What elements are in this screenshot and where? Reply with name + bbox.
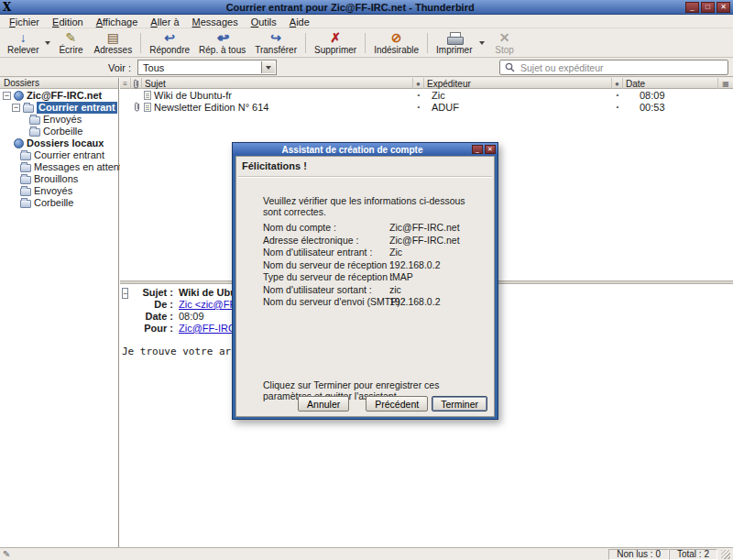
status-total: Total : 2: [669, 549, 717, 560]
sidebar-item-local-trash[interactable]: Corbeille: [0, 197, 118, 209]
toolbar-separator: [365, 33, 366, 53]
chevron-down-icon[interactable]: [261, 61, 275, 73]
thread-column-header[interactable]: ≡: [120, 78, 131, 89]
finish-button[interactable]: Terminer: [432, 396, 487, 412]
previous-button[interactable]: Précédent: [366, 396, 428, 412]
menu-fichier[interactable]: Fichier: [3, 16, 46, 27]
drafts-folder-icon: [20, 176, 31, 184]
view-dropdown[interactable]: Tous: [137, 60, 277, 75]
dialog-titlebar[interactable]: Assistant de création de compte _ ✕: [233, 143, 498, 156]
message-list-header: ≡ Sujet ● Expéditeur ● Date ▦: [120, 78, 733, 89]
column-picker-icon[interactable]: ▦: [718, 78, 733, 89]
junk-button[interactable]: ⊘ Indésirable: [369, 30, 423, 56]
read-column-header[interactable]: ●: [413, 78, 424, 89]
dialog-close-button[interactable]: ✕: [485, 145, 496, 154]
sidebar-item-local-inbox[interactable]: Courrier entrant: [0, 149, 118, 161]
window-menu-icon[interactable]: X: [3, 2, 11, 13]
print-dropdown[interactable]: [477, 30, 487, 56]
sidebar-item-account[interactable]: Zic@FF-IRC.net: [0, 90, 118, 102]
message-icon: [144, 91, 151, 100]
forward-button[interactable]: ↪ Transférer: [250, 30, 301, 56]
dialog-buttons: Annuler Précédent Terminer: [298, 396, 487, 412]
sidebar-item-trash[interactable]: Corbeille: [0, 126, 118, 137]
inbox-folder-icon: [23, 104, 34, 113]
dialog-content: Félicitations ! Veuillez vérifier que le…: [235, 156, 495, 417]
maximize-button[interactable]: □: [701, 2, 715, 13]
write-button[interactable]: ✎ Écrire: [52, 30, 89, 56]
folder-tree: Zic@FF-IRC.net Courrier entrant Envoyés …: [0, 89, 118, 209]
filter-bar: Voir : Tous: [0, 59, 733, 77]
chevron-down-icon: [45, 41, 50, 45]
attachment-column-header[interactable]: [131, 78, 142, 89]
flag-status-icon[interactable]: •: [612, 103, 623, 111]
read-status-icon[interactable]: •: [413, 91, 424, 99]
sidebar-item-inbox[interactable]: Courrier entrant: [0, 102, 118, 114]
write-icon: ✎: [66, 31, 77, 45]
reply-all-icon: ↩: [217, 31, 228, 45]
dialog-title: Assistant de création de compte: [235, 145, 470, 155]
message-icon: [144, 103, 151, 112]
cancel-button[interactable]: Annuler: [298, 396, 349, 412]
delete-icon: ✗: [330, 31, 341, 45]
menu-outils[interactable]: Outils: [245, 16, 283, 27]
menu-affichage[interactable]: Affichage: [90, 16, 145, 27]
flag-status-icon[interactable]: •: [612, 91, 623, 99]
reply-button[interactable]: ↩ Répondre: [145, 30, 194, 56]
menu-messages[interactable]: Messages: [186, 16, 245, 27]
reply-icon: ↩: [164, 31, 175, 45]
menubar: Fichier Edition Affichage Aller à Messag…: [0, 16, 733, 28]
sidebar-item-local-sent[interactable]: Envoyés: [0, 185, 118, 197]
account-icon: [14, 91, 24, 101]
collapse-icon[interactable]: [12, 104, 20, 112]
sender-column-header[interactable]: Expéditeur: [424, 78, 612, 89]
address-book-icon: ▤: [107, 31, 119, 45]
collapse-headers-icon[interactable]: [122, 288, 128, 299]
trash-folder-icon: [29, 128, 40, 137]
addresses-button[interactable]: ▤ Adresses: [89, 30, 137, 56]
resize-grip[interactable]: [721, 550, 730, 559]
get-mail-dropdown[interactable]: [43, 30, 52, 56]
sidebar-item-local-folders[interactable]: Dossiers locaux: [0, 137, 118, 149]
delete-button[interactable]: ✗ Supprimer: [310, 30, 361, 56]
search-icon: [505, 62, 515, 72]
server-type-value: IMAP: [389, 271, 460, 284]
sidebar-item-drafts[interactable]: Brouillons: [0, 173, 118, 185]
incoming-username-value: Zic: [389, 247, 460, 259]
toolbar-separator: [140, 33, 141, 53]
dialog-minimize-button[interactable]: _: [472, 145, 483, 154]
read-status-icon[interactable]: •: [413, 103, 424, 111]
search-input[interactable]: [519, 61, 723, 74]
stop-button: ✕ Stop: [487, 30, 523, 56]
flag-column-header[interactable]: ●: [612, 78, 623, 89]
reply-all-button[interactable]: ↩ Rép. à tous: [194, 30, 250, 56]
sent-folder-icon: [29, 116, 40, 125]
close-button[interactable]: ✕: [717, 2, 730, 13]
outgoing-username-value: zic: [389, 284, 460, 297]
print-button[interactable]: Imprimer: [432, 30, 476, 56]
table-row[interactable]: Wiki de Ubuntu-fr • Zic • 08:09: [120, 89, 733, 101]
account-wizard-dialog: Assistant de création de compte _ ✕ Féli…: [232, 142, 498, 420]
date-column-header[interactable]: Date: [623, 78, 718, 89]
subject-column-header[interactable]: Sujet: [142, 78, 413, 89]
menu-aide[interactable]: Aide: [283, 16, 316, 27]
minimize-button[interactable]: _: [685, 2, 699, 13]
inbox-folder-icon: [20, 152, 31, 160]
menu-aller-a[interactable]: Aller à: [144, 16, 185, 27]
statusbar: ✎ Non lus : 0 Total : 2: [0, 547, 733, 560]
sidebar-item-sent[interactable]: Envoyés: [0, 114, 118, 126]
sidebar-item-outbox[interactable]: Messages en attente: [0, 161, 118, 173]
search-box[interactable]: [499, 60, 728, 75]
table-row[interactable]: Newsletter Edition N° 614 • ADUF • 00:53: [120, 101, 733, 113]
collapse-icon[interactable]: [3, 92, 11, 100]
dialog-summary-fields: Nom du compte :Zic@FF-IRC.net Adresse él…: [263, 222, 460, 309]
menu-edition[interactable]: Edition: [46, 16, 90, 27]
titlebar[interactable]: X Courrier entrant pour Zic@FF-IRC.net -…: [0, 0, 733, 15]
get-mail-button[interactable]: ↓ Relever: [3, 30, 43, 56]
view-label: Voir :: [108, 62, 131, 73]
compose-status-icon: ✎: [3, 550, 10, 559]
account-name-value: Zic@FF-IRC.net: [389, 222, 460, 235]
window-title: Courrier entrant pour Zic@FF-IRC.net - T…: [15, 2, 685, 13]
folder-pane-header[interactable]: Dossiers: [0, 78, 118, 89]
get-mail-icon: ↓: [20, 31, 27, 45]
paperclip-icon: [133, 79, 139, 89]
